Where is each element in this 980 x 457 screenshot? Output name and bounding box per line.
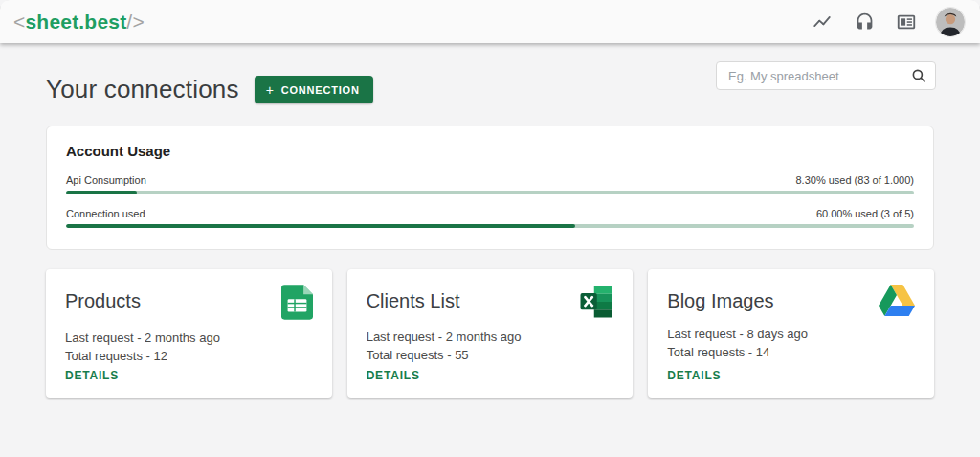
total-requests-text: Total requests - 55 [367, 347, 614, 365]
connections-grid: Products Last request - 2 mo [46, 269, 934, 398]
api-consumption-value: 8.30% used (83 of 1.000) [795, 174, 914, 186]
billing-card-icon[interactable] [894, 10, 919, 34]
search-box [716, 61, 936, 90]
add-connection-button[interactable]: + CONNECTION [255, 76, 373, 103]
connection-card-products[interactable]: Products Last request - 2 mo [46, 269, 332, 398]
total-requests-text: Total requests - 14 [667, 344, 915, 362]
connection-name: Blog Images [667, 290, 773, 312]
account-usage-title: Account Usage [66, 143, 914, 159]
last-request-text: Last request - 8 days ago [667, 326, 915, 344]
connection-name: Clients List [367, 290, 460, 312]
search-icon[interactable] [910, 67, 927, 84]
connection-meta: Last request - 8 days ago Total requests… [667, 326, 915, 362]
api-consumption-meter: Api Consumption 8.30% used (83 of 1.000) [66, 174, 914, 194]
logo-brand-text: sheet.best [25, 11, 126, 33]
api-consumption-label: Api Consumption [66, 174, 146, 186]
last-request-text: Last request - 2 months ago [65, 330, 313, 348]
connection-used-meter: Connection used 60.00% used (3 of 5) [66, 208, 914, 228]
main-content: Your connections + CONNECTION Account Us… [0, 75, 980, 398]
connection-name: Products [65, 290, 141, 312]
connection-meta: Last request - 2 months ago Total reques… [367, 329, 614, 365]
last-request-text: Last request - 2 months ago [367, 329, 614, 347]
total-requests-text: Total requests - 12 [65, 348, 313, 366]
plus-icon: + [266, 85, 275, 95]
search-input[interactable] [728, 69, 910, 83]
app-logo[interactable]: <sheet.best/> [13, 11, 145, 34]
connection-used-label: Connection used [66, 208, 145, 219]
user-avatar[interactable] [936, 8, 965, 36]
title-row: Your connections + CONNECTION [46, 75, 934, 104]
connection-card-clients-list[interactable]: Clients List Last [347, 269, 634, 398]
support-headset-icon[interactable] [852, 10, 877, 34]
details-link[interactable]: DETAILS [367, 369, 420, 382]
api-consumption-track [66, 191, 914, 194]
api-consumption-fill [66, 191, 137, 194]
top-header: <sheet.best/> [0, 0, 980, 43]
header-actions [810, 8, 965, 36]
connection-card-blog-images[interactable]: Blog Images Last request - 8 days ago To… [648, 269, 934, 398]
details-link[interactable]: DETAILS [667, 369, 721, 382]
activity-chart-icon[interactable] [810, 10, 835, 34]
account-usage-card: Account Usage Api Consumption 8.30% used… [46, 126, 934, 250]
add-connection-label: CONNECTION [281, 84, 360, 96]
logo-close-bracket: /> [126, 11, 145, 33]
connection-meta: Last request - 2 months ago Total reques… [65, 330, 313, 366]
excel-icon [579, 285, 613, 323]
google-sheets-icon [281, 285, 313, 324]
connection-used-track [66, 224, 914, 228]
details-link[interactable]: DETAILS [65, 369, 119, 382]
google-drive-icon [879, 285, 915, 320]
connection-used-fill [66, 224, 575, 228]
page-title: Your connections [46, 75, 239, 104]
connection-used-value: 60.00% used (3 of 5) [816, 208, 914, 219]
logo-open-bracket: < [13, 11, 25, 33]
